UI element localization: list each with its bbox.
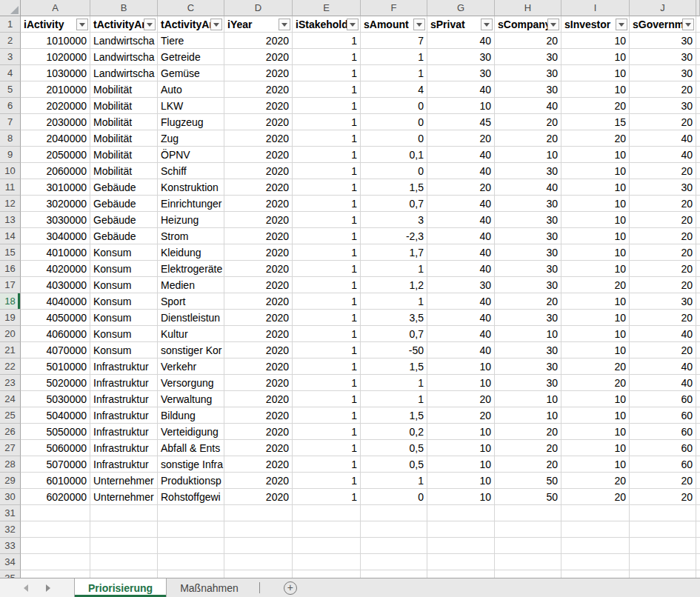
cell-E2[interactable]: 1 [293,33,361,49]
cell-H18[interactable]: 20 [495,293,561,310]
cell-H17[interactable]: 30 [495,277,561,293]
cell-F28[interactable]: 0,5 [361,456,427,473]
cell-I22[interactable]: 20 [561,358,630,375]
cell-C20[interactable]: Kultur [158,326,224,342]
cell-I9[interactable]: 10 [561,147,630,163]
cell-G28[interactable]: 10 [427,456,495,473]
row-header-35[interactable]: 35 [0,570,21,578]
cell-B21[interactable]: Konsum [90,342,158,358]
cell-J18[interactable]: 30 [630,293,696,310]
column-header-J[interactable]: J [630,0,696,16]
cell-J4[interactable]: 30 [630,65,696,81]
cell-B14[interactable]: Gebäude [90,228,158,244]
cell-I15[interactable]: 10 [561,244,630,261]
cell-I19[interactable]: 10 [561,310,630,326]
column-header-F[interactable]: F [361,0,427,16]
cell-I35[interactable] [561,570,630,578]
cell-E34[interactable] [293,554,361,570]
row-header-12[interactable]: 12 [0,196,21,212]
cell-H14[interactable]: 30 [495,228,561,244]
cell-D5[interactable]: 2020 [224,81,293,98]
header-cell-tActivityAr[interactable]: tActivityAr [158,16,224,33]
cell-D12[interactable]: 2020 [224,196,293,212]
cell-F31[interactable] [361,505,427,521]
cell-C33[interactable] [158,538,224,554]
tab-scroll-right-icon[interactable] [46,584,50,592]
row-header-32[interactable]: 32 [0,521,21,538]
cell-J19[interactable]: 20 [630,310,696,326]
tab-scroll-left-icon[interactable] [24,584,28,592]
cell-E13[interactable]: 1 [293,212,361,228]
cell-J31[interactable] [630,505,696,521]
cell-F19[interactable]: 3,5 [361,310,427,326]
cell-B30[interactable]: Unternehmer [90,489,158,505]
row-header-13[interactable]: 13 [0,212,21,228]
cell-F2[interactable]: 7 [361,33,427,49]
cell-H24[interactable]: 10 [495,391,561,407]
cell-I14[interactable]: 10 [561,228,630,244]
cell-I6[interactable]: 20 [561,98,630,114]
cell-B33[interactable] [90,538,158,554]
cell-D17[interactable]: 2020 [224,277,293,293]
cell-D8[interactable]: 2020 [224,130,293,147]
cell-G25[interactable]: 20 [427,407,495,424]
cell-H35[interactable] [495,570,561,578]
cell-F5[interactable]: 4 [361,81,427,98]
cell-H29[interactable]: 50 [495,473,561,489]
filter-dropdown-button[interactable] [547,19,559,30]
cell-I34[interactable] [561,554,630,570]
add-sheet-button[interactable]: + [284,581,297,595]
cell-E20[interactable]: 1 [293,326,361,342]
cell-C21[interactable]: sonstiger Kor [158,342,224,358]
cell-F29[interactable]: 1 [361,473,427,489]
column-header-A[interactable]: A [21,0,90,16]
cell-B13[interactable]: Gebäude [90,212,158,228]
cell-J10[interactable]: 20 [630,163,696,179]
cell-F22[interactable]: 1,5 [361,358,427,375]
cell-E14[interactable]: 1 [293,228,361,244]
cell-E19[interactable]: 1 [293,310,361,326]
cell-H21[interactable]: 30 [495,342,561,358]
cell-J30[interactable]: 20 [630,489,696,505]
cell-G34[interactable] [427,554,495,570]
header-cell-sPrivat[interactable]: sPrivat [427,16,495,33]
cell-I4[interactable]: 10 [561,65,630,81]
header-cell-iYear[interactable]: iYear [224,16,293,33]
cell-H12[interactable]: 30 [495,196,561,212]
cell-B2[interactable]: Landwirtscha [90,33,158,49]
row-header-2[interactable]: 2 [0,33,21,49]
cell-G29[interactable]: 10 [427,473,495,489]
cell-F24[interactable]: 1 [361,391,427,407]
row-header-31[interactable]: 31 [0,505,21,521]
cell-H8[interactable]: 20 [495,130,561,147]
cell-G24[interactable]: 20 [427,391,495,407]
cell-A27[interactable]: 5060000 [21,440,90,456]
cell-B32[interactable] [90,521,158,538]
cell-A15[interactable]: 4010000 [21,244,90,261]
cell-D11[interactable]: 2020 [224,179,293,196]
cell-A18[interactable]: 4040000 [21,293,90,310]
cell-I24[interactable]: 10 [561,391,630,407]
cell-A16[interactable]: 4020000 [21,261,90,277]
row-header-28[interactable]: 28 [0,456,21,473]
cell-A28[interactable]: 5070000 [21,456,90,473]
cell-A8[interactable]: 2040000 [21,130,90,147]
cell-I5[interactable]: 10 [561,81,630,98]
cell-F6[interactable]: 0 [361,98,427,114]
cell-H13[interactable]: 30 [495,212,561,228]
cell-B24[interactable]: Infrastruktur [90,391,158,407]
cell-H19[interactable]: 30 [495,310,561,326]
cell-E29[interactable]: 1 [293,473,361,489]
cell-A5[interactable]: 2010000 [21,81,90,98]
cell-I33[interactable] [561,538,630,554]
cell-A11[interactable]: 3010000 [21,179,90,196]
cell-D7[interactable]: 2020 [224,114,293,130]
cell-I18[interactable]: 10 [561,293,630,310]
row-header-14[interactable]: 14 [0,228,21,244]
cell-E6[interactable]: 1 [293,98,361,114]
cell-I12[interactable]: 10 [561,196,630,212]
cell-C9[interactable]: ÖPNV [158,147,224,163]
cell-J26[interactable]: 60 [630,424,696,440]
cell-E32[interactable] [293,521,361,538]
cell-B8[interactable]: Mobilität [90,130,158,147]
